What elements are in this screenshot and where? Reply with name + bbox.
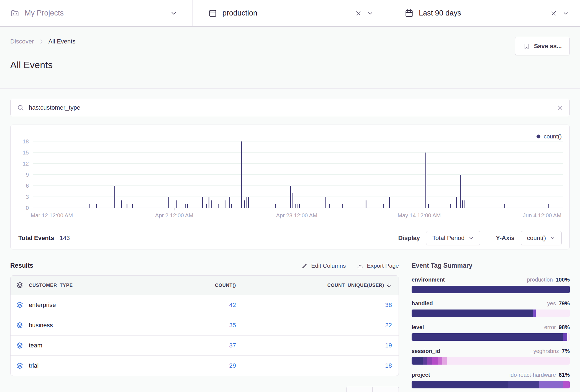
chart-bar[interactable] [464,200,464,208]
chart-bar[interactable] [241,141,242,208]
chart-bar[interactable] [218,204,219,208]
chart-bar[interactable] [231,204,232,208]
clear-environment-icon[interactable] [355,10,361,16]
chart-bar[interactable] [202,197,203,208]
tag-bar-segment[interactable] [539,381,564,388]
tag-bar-segment[interactable] [563,333,567,341]
column-header-count[interactable]: COUNT() [153,283,244,288]
chart-bar[interactable] [209,197,209,208]
chart-bar[interactable] [229,197,230,208]
tag-bar-segment[interactable] [432,357,438,365]
tag-bar-segment[interactable] [567,333,570,341]
column-header-count-unique-user[interactable]: COUNT_UNIQUE(USER) [244,282,399,288]
chevron-down-icon[interactable] [562,10,569,17]
edit-columns-button[interactable]: Edit Columns [301,262,346,269]
chart-bar[interactable] [225,200,225,208]
chart-bar[interactable] [366,200,366,208]
date-range-selector[interactable]: Last 90 days [389,0,580,26]
chart-bar[interactable] [548,204,549,208]
chart-bar[interactable] [329,204,330,208]
chart-bar[interactable] [89,204,90,208]
pagination-previous-button[interactable] [346,387,373,392]
cell-count-link[interactable]: 35 [153,322,244,329]
chart-bar[interactable] [295,204,296,208]
display-dropdown[interactable]: Total Period [426,231,480,245]
chart-bar[interactable] [206,204,207,208]
tag-distribution-bar[interactable] [412,333,570,341]
chart-bar[interactable] [428,204,429,208]
pagination-next-button[interactable] [373,387,399,392]
table-row[interactable]: enterprise4238 [11,295,399,315]
y-axis-dropdown[interactable]: count() [521,231,562,245]
chart-bar[interactable] [211,200,212,208]
tag-bar-segment[interactable] [563,381,570,388]
chart-bar[interactable] [383,204,384,208]
chart-bar[interactable] [127,204,127,208]
tag-bar-segment[interactable] [508,381,539,388]
cell-count-link[interactable]: 42 [153,301,244,309]
chart-bar[interactable] [292,193,293,208]
environment-selector[interactable]: production [193,0,389,26]
tag-bar-segment[interactable] [423,357,427,365]
cell-count-unique-user-link[interactable]: 38 [244,301,399,309]
chart-bar[interactable] [121,200,122,208]
tag-distribution-bar[interactable] [412,286,570,293]
chart-bar[interactable] [290,186,291,208]
chart-bar[interactable] [299,204,300,208]
chart-bar[interactable] [246,197,247,208]
chart-bar[interactable] [185,204,186,208]
search-bar[interactable]: has:customer_type [10,99,570,116]
chart-bar[interactable] [168,197,169,208]
breadcrumb-discover-link[interactable]: Discover [10,38,34,45]
chart-bar[interactable] [275,204,276,208]
cell-count-link[interactable]: 37 [153,342,244,349]
table-row[interactable]: business3522 [11,315,399,335]
chart-bar[interactable] [456,197,457,208]
chart-bar[interactable] [425,153,426,208]
clear-search-icon[interactable] [557,104,563,111]
tag-distribution-bar[interactable] [412,357,570,365]
tag-bar-segment[interactable] [427,357,432,365]
chart-bar[interactable] [389,197,390,208]
chart-bar[interactable] [462,200,463,208]
chart-bar[interactable] [342,204,343,208]
column-header-customer-type[interactable]: CUSTOMER_TYPE [29,283,153,288]
tag-bar-segment[interactable] [536,310,570,317]
project-selector[interactable]: My Projects [0,0,193,26]
tag-bar-segment[interactable] [412,333,563,341]
tag-distribution-bar[interactable] [412,310,570,317]
tag-bar-segment[interactable] [533,310,536,317]
chevron-down-icon[interactable] [367,10,374,17]
tag-bar-segment[interactable] [412,381,508,388]
clear-date-range-icon[interactable] [551,10,557,16]
chart-bar[interactable] [325,197,326,208]
chart-bar[interactable] [504,204,505,208]
chevron-down-icon[interactable] [170,10,177,17]
chart-bar[interactable] [114,186,115,208]
tag-bar-segment[interactable] [412,310,533,317]
chart-bar[interactable] [96,204,97,208]
cell-count-link[interactable]: 29 [153,362,244,369]
chart-bar[interactable] [176,200,177,208]
chart-bar[interactable] [450,204,451,208]
table-row[interactable]: trial2918 [11,355,399,376]
chart-bar[interactable] [187,204,188,208]
chart-bar[interactable] [297,204,297,208]
tag-bar-segment[interactable] [442,357,447,365]
cell-count-unique-user-link[interactable]: 18 [244,362,399,369]
chart-bar[interactable] [132,204,133,208]
tag-distribution-bar[interactable] [412,381,570,388]
tag-bar-segment[interactable] [412,357,423,365]
chart-bar[interactable] [248,197,249,208]
save-as-button[interactable]: Save as... [515,37,570,55]
export-page-button[interactable]: Export Page [357,262,399,269]
cell-count-unique-user-link[interactable]: 19 [244,342,399,349]
table-row[interactable]: team3719 [11,335,399,355]
tag-bar-segment[interactable] [447,357,570,365]
cell-count-unique-user-link[interactable]: 22 [244,322,399,329]
chart-bar[interactable] [244,200,245,208]
tag-bar-segment[interactable] [412,286,570,293]
chart-bar[interactable] [460,175,461,208]
events-chart[interactable]: count() 0369121518Mar 12 12:00 AMApr 2 1… [11,125,569,227]
tag-bar-segment[interactable] [438,357,442,365]
